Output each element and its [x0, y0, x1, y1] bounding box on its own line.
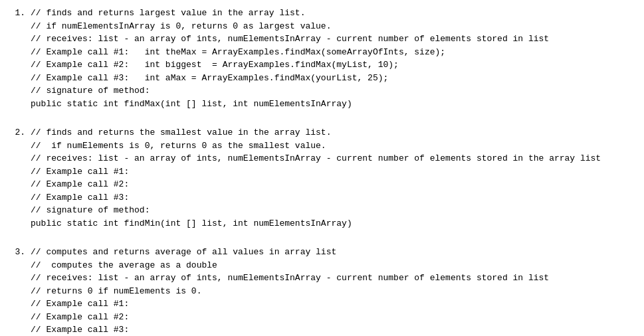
- line-number-3: 3.: [11, 246, 31, 259]
- code-content-3: // computes and returns average of all v…: [31, 246, 633, 336]
- code-line-1-4: // Example call #1: int theMax = ArrayEx…: [31, 46, 633, 59]
- code-line-2-2: // if numElements is 0, returns 0 as the…: [31, 139, 633, 153]
- code-line-3-3: // receives: list - an array of ints, nu…: [31, 272, 633, 285]
- code-line-2-3: // receives: list - an array of ints, nu…: [31, 152, 633, 165]
- code-editor: 1.// finds and returns largest value in …: [11, 7, 633, 336]
- code-line-3-2: // computes the average as a double: [31, 259, 633, 272]
- code-line-3-4: // returns 0 if numElements is 0.: [31, 285, 633, 298]
- code-line-2-5: // Example call #2:: [31, 178, 633, 191]
- code-line-3-6: // Example call #2:: [31, 311, 633, 324]
- code-line-1-8: public static int findMax(int [] list, i…: [31, 98, 633, 111]
- code-line-2-6: // Example call #3:: [31, 191, 633, 205]
- line-number-2: 2.: [11, 126, 31, 139]
- code-content-2: // finds and returns the smallest value …: [31, 126, 633, 230]
- line-number-1: 1.: [11, 7, 31, 20]
- code-line-2-7: // signature of method:: [31, 204, 633, 217]
- code-line-3-7: // Example call #3:: [31, 323, 633, 336]
- code-line-3-1: // computes and returns average of all v…: [31, 246, 633, 259]
- code-line-1-7: // signature of method:: [31, 84, 633, 98]
- code-line-1-3: // receives: list - an array of ints, nu…: [31, 33, 633, 46]
- code-line-2-8: public static int findMin(int [] list, i…: [31, 217, 633, 230]
- code-line-1-2: // if numElementsInArray is 0, returns 0…: [31, 20, 633, 33]
- code-line-1-6: // Example call #3: int aMax = ArrayExam…: [31, 72, 633, 85]
- code-line-1-1: // finds and returns largest value in th…: [31, 7, 633, 20]
- code-block-2: 2.// finds and returns the smallest valu…: [11, 126, 633, 230]
- code-line-2-1: // finds and returns the smallest value …: [31, 126, 633, 139]
- code-line-1-5: // Example call #2: int biggest = ArrayE…: [31, 58, 633, 72]
- code-content-1: // finds and returns largest value in th…: [31, 7, 633, 110]
- code-line-3-5: // Example call #1:: [31, 297, 633, 311]
- code-block-3: 3.// computes and returns average of all…: [11, 246, 633, 336]
- code-line-2-4: // Example call #1:: [31, 165, 633, 179]
- code-block-1: 1.// finds and returns largest value in …: [11, 7, 633, 110]
